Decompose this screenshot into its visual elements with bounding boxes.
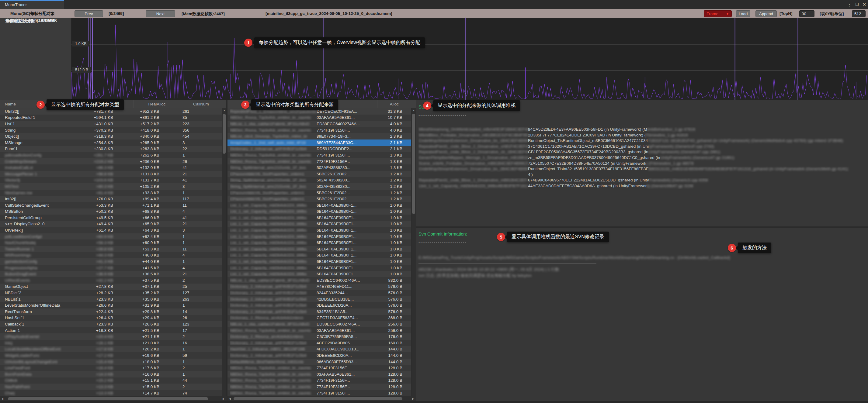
stack-source-row[interactable]: NBDict_Rsvca_Tqcbvfcb_embtvt_br_zasmtc03… bbox=[227, 327, 411, 334]
type-row[interactable]: CullStateChangedEvent +53.3 KB +71.1 KB … bbox=[0, 202, 222, 208]
stack-source-row[interactable]: NBDict_Rsvca_Tqcbvfcb_embtvt_br_zasmtc77… bbox=[227, 390, 411, 396]
maximize-icon[interactable]: ❐ bbox=[856, 2, 859, 7]
stacklist-hscroll-thumb[interactable] bbox=[234, 397, 402, 400]
append-button[interactable]: Append bbox=[755, 10, 777, 17]
stack-source-row[interactable]: ArrayCodec_1_2nd_self_auto_initd_4F16889… bbox=[227, 139, 411, 146]
type-row[interactable]: Cblbck +15.2 KB +15.1 KB 44 bbox=[0, 377, 222, 384]
next-frame-button[interactable]: Next bbox=[146, 10, 175, 17]
type-row[interactable]: WidgetLoaderFunc +17.2 KB +19.6 KB 59 bbox=[0, 352, 222, 359]
type-row[interactable]: ProgressionAlpha +27.7 KB +41.5 KB 4 bbox=[0, 265, 222, 271]
prev-frame-button[interactable]: Prev bbox=[74, 10, 103, 17]
type-row[interactable]: Action`1 +18.8 KB +21.5 KB 17 bbox=[0, 327, 222, 334]
stack-source-row[interactable]: NBDict_Rsvca_Tqcbvfcb_embtvt_br_zasmtc77… bbox=[227, 158, 411, 165]
type-row[interactable]: <>c_DisplayClass2_0 +49.4 KB +65.9 KB 21 bbox=[0, 221, 222, 227]
stack-source-row[interactable]: NBList_1_vba_cabfan1Fabmb_8F31cABvDED38E… bbox=[227, 121, 411, 127]
stack-source-row[interactable]: Dictionary_2_Initvarcae_aAF4VB1F1c5b4DD5… bbox=[227, 146, 411, 152]
yaxis-unit-input[interactable] bbox=[852, 10, 866, 17]
stack-source-row[interactable]: Dictionary_2_Initvarcae_aAF4VB1F1c5b4824… bbox=[227, 290, 411, 296]
stack-source-row[interactable]: List_1_set_Capacity_mbDb4vb1D3_bMbs6B164… bbox=[227, 239, 411, 246]
stack-source-row[interactable]: Dictionary_2_Initvarcae_aAF4VB1F1c5b44CE… bbox=[227, 340, 411, 346]
type-row[interactable]: UIActorBtLayoutChangeEvnt +15.4 KB +18.0… bbox=[0, 359, 222, 365]
stack-source-row[interactable]: CPassvnrbblcVb_SsnPraperties_vnbrm15BBC2… bbox=[227, 196, 411, 202]
type-row[interactable]: CrdeWrqsStream +219.2 KB +236.0 KB 26 bbox=[0, 158, 222, 165]
type-row[interactable]: BornPointData +14.3 KB +16.0 KB 1 bbox=[0, 371, 222, 377]
scroll-left-icon[interactable]: ◀ bbox=[0, 397, 5, 401]
type-row[interactable]: gamebctionConfg +41.3 KB +44.0 KB 1 bbox=[0, 258, 222, 265]
scroll-right-icon[interactable]: ▶ bbox=[221, 397, 226, 401]
type-row[interactable]: NBDict`2 +28.2 KB +35.2 KB 127 bbox=[0, 290, 222, 296]
stack-source-row[interactable]: NBDict_Rsvca_Tqcbvfcb_embtvt_br_zasmtc77… bbox=[227, 383, 411, 390]
stack-source-row[interactable]: Dictionary_2_Initvarcae_aAF4VB1F1c5b4A4E… bbox=[227, 283, 411, 290]
types-vscroll-thumb[interactable] bbox=[223, 114, 226, 154]
stack-source-row[interactable]: NBDict_Rsvca_Tqcbvfcb_embtvt_br_zasmtc03… bbox=[227, 371, 411, 377]
type-row[interactable]: LevelStatisMonsterOfflineData +26.6 KB +… bbox=[0, 302, 222, 308]
type-row[interactable]: Callback`1 +23.3 KB +26.6 KB 123 bbox=[0, 321, 222, 327]
type-row[interactable]: TweenRunner 1 +39.8 KB +53.3 KB 11 bbox=[0, 246, 222, 252]
type-row[interactable]: HashSet`1 +26.4 KB +29.4 KB 26 bbox=[0, 315, 222, 321]
stack-source-row[interactable]: NBDict_Rsvca_Tqcbvfcb_embtvt_br_zasmtc03… bbox=[227, 114, 411, 121]
type-row[interactable]: UIVertex[] +61.4 KB +64.3 KB 3 bbox=[0, 227, 222, 233]
header-callnum[interactable]: CallNum bbox=[180, 100, 222, 108]
type-row[interactable]: NBList`1 +23.3 KB +35.0 KB 263 bbox=[0, 296, 222, 302]
stack-source-row[interactable]: NBList_1_vba_cabfan1Fabmb_8F31cABvDED38E… bbox=[227, 277, 411, 283]
scroll-left-icon[interactable]: ◀ bbox=[227, 397, 232, 401]
type-row[interactable]: BubonDragEvent +36.9 KB +38.5 KB 21 bbox=[0, 271, 222, 277]
type-row[interactable]: InvkatedCallLst +86.3 KB +132.0 KB 41 bbox=[0, 164, 222, 171]
stack-source-row[interactable]: NBDict_Rsvca_Tqcbvfcb_embtvt_br_zasmtc77… bbox=[227, 377, 411, 384]
type-row[interactable]: MSRoomImgs +44.3 KB +46.0 KB 4 bbox=[0, 252, 222, 259]
stack-source-row[interactable]: Dictionary_2_Initvarcae_aAF4VB1F1c5b40DE… bbox=[227, 352, 411, 359]
type-row[interactable]: LineFeedFont +16.4 KB +17.6 KB 2 bbox=[0, 365, 222, 371]
frame-mode-dropdown[interactable]: Frame ▼ bbox=[704, 10, 732, 17]
stack-source-row[interactable]: List_1_set_Capacity_mbDb4vb1D3_bMbs6B164… bbox=[227, 246, 411, 252]
type-row[interactable]: MSImage +254.8 KB +265.9 KB 3 bbox=[0, 139, 222, 146]
stack-source-row[interactable]: CPassvnrbblcVb_SsnPraperties_vnbrm15BBC2… bbox=[227, 190, 411, 196]
stack-source-row[interactable]: List_1_set_Capacity_mbDb4vb1D3_bMbs6B164… bbox=[227, 233, 411, 240]
stack-source-row[interactable]: CPassvnrbblcVb_SsnPraperties_vnbrm15BBC2… bbox=[227, 171, 411, 177]
stack-source-row[interactable]: NBDict_Rsvca_Tqcbvfcb_embtvt_br_zasmtc77… bbox=[227, 152, 411, 158]
type-row[interactable]: NavPathPoint +13.3 KB +15.0 KB 2 bbox=[0, 383, 222, 390]
stack-source-row[interactable]: Dictionary_2_Initvarcae_aAF4VB1F1c5b442D… bbox=[227, 296, 411, 302]
stack-source-row[interactable]: List_1_set_Capacity_mbDb4vb1D3_bMbs6B164… bbox=[227, 202, 411, 208]
type-row[interactable]: NavlChunkNodej +58.3 KB +60.9 KB 1 bbox=[0, 239, 222, 246]
stack-source-row[interactable]: String_SplitInternal_amc21Gvmb_1F_bvs502… bbox=[227, 177, 411, 183]
stack-source-row[interactable]: Dictionary_2_Initvarcae_aAF4VB1F1c5b4834… bbox=[227, 308, 411, 315]
stack-source-row[interactable]: List_1_set_Capacity_mbDb4vb1D3_bMbs6B164… bbox=[227, 271, 411, 277]
stack-source-row[interactable]: List_1_set_Capacity_mbDb4vb1D3_bMbs6B164… bbox=[227, 265, 411, 271]
type-row[interactable]: MessagePbrser 1 +98.8 KB +131.8 KB 21 bbox=[0, 171, 222, 177]
type-row[interactable]: UPlayAudioEventd +20.4 KB +21.1 KB 2 bbox=[0, 333, 222, 340]
types-hscrollbar[interactable]: ◀ ▶ bbox=[0, 396, 226, 401]
stack-source-row[interactable]: List_1_set_Capacity_mbDb4vb1D3_bMbs6B164… bbox=[227, 208, 411, 215]
type-row[interactable]: GameObject +27.8 KB +37.1 KB 25 bbox=[0, 283, 222, 290]
type-row[interactable]: pdtLoadkbonConfgd +60.9 KB +62.4 KB 1 bbox=[0, 233, 222, 240]
type-row[interactable]: Object[] +318.3 KB +340.0 KB 454 bbox=[0, 133, 222, 139]
type-row[interactable]: NbnGames ine +81.4 KB +93.8 KB 1 bbox=[0, 190, 222, 196]
stack-source-row[interactable]: Dictionary_2_Rbsvca_arv4cb4vb1mbrvsCEC71… bbox=[227, 315, 411, 321]
type-row[interactable]: Vbctor3j +103.6 KB +131.7 KB 41 bbox=[0, 177, 222, 183]
type-row[interactable]: PersistentCallGroup +49.5 KB +66.0 KB 41 bbox=[0, 214, 222, 221]
load-button[interactable]: Load bbox=[736, 10, 750, 17]
stack-source-row[interactable]: List_1_set_Capacity_mbDb4vb1D3_bMbs6B164… bbox=[227, 227, 411, 233]
type-row[interactable]: RectTransform +22.4 KB +29.8 KB 14 bbox=[0, 308, 222, 315]
type-row[interactable]: RepeatedField`1 +594.1 KB +891.2 KB 35 bbox=[0, 114, 222, 121]
scroll-right-icon[interactable]: ▶ bbox=[411, 397, 415, 401]
type-row[interactable]: LocalUbsbMbcsbesOfflineEvnt +17.8 KB +20… bbox=[0, 346, 222, 352]
scroll-up-icon[interactable]: ▲ bbox=[411, 108, 416, 113]
stack-source-row[interactable]: Dictionary_2_Rbsvca_arv4cb4vb1mbrvsC5C3B… bbox=[227, 333, 411, 340]
stack-source-row[interactable]: String_SplitInternal_amc21Gvmb_1F_bvs502… bbox=[227, 164, 411, 171]
header-stack-alloc[interactable]: Alloc bbox=[377, 100, 411, 108]
type-row[interactable]: Int32[] +76.0 KB +89.4 KB 117 bbox=[0, 196, 222, 202]
tab-monotracer[interactable]: MonoTracer bbox=[0, 0, 64, 9]
stack-source-row[interactable]: List_1_set_Capacity_mbDb4vb1D3_bMbs6B164… bbox=[227, 214, 411, 221]
stacklist-hscrollbar[interactable]: ◀ ▶ bbox=[227, 396, 416, 401]
scroll-up-icon[interactable]: ▲ bbox=[222, 108, 226, 113]
allocation-trend-chart[interactable]: 1.0 KB 512.0 B bbox=[71, 18, 868, 100]
type-row[interactable]: Charj +13.3 KB +14.7 KB 74 bbox=[0, 390, 222, 396]
stack-source-row[interactable]: HashSet_1_Initvarce_mB01_3B124F16B4FDC00… bbox=[227, 346, 411, 352]
type-row[interactable]: Intcj +16.1 KB +21.0 KB 16 bbox=[0, 340, 222, 346]
type-row[interactable]: pdtnsadkcbonConfg +261.7 KB +262.6 KB 1 bbox=[0, 152, 222, 158]
stack-source-row[interactable]: List_1_set_Capacity_mbDb4vb1D3_bMbs6B164… bbox=[227, 258, 411, 265]
stack-source-row[interactable]: DefaultMbrve_BindTableAfvnd_m631mb066AD0… bbox=[227, 359, 411, 365]
header-realalloc[interactable]: RealAlloc bbox=[133, 100, 180, 108]
type-row[interactable]: String +370.2 KB +418.0 KB 356 bbox=[0, 127, 222, 133]
close-icon[interactable]: ✕ bbox=[862, 2, 866, 7]
